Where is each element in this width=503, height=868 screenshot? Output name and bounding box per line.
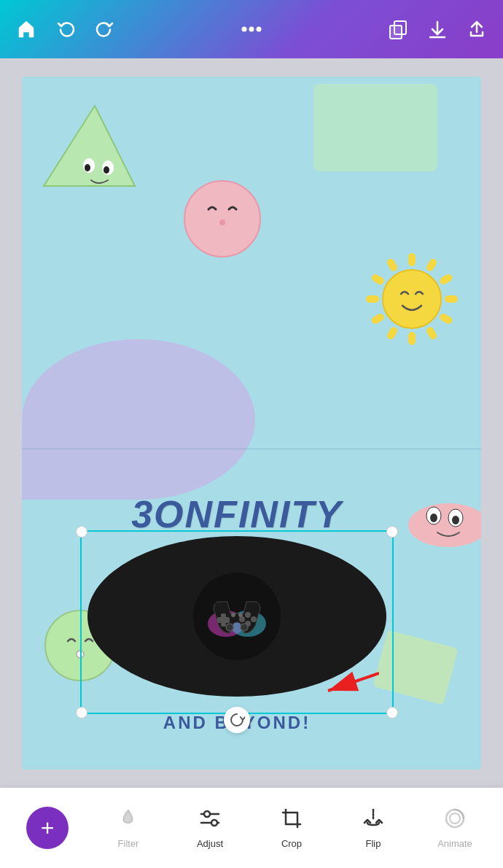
handle-top-right[interactable] — [386, 526, 398, 538]
animate-tool[interactable]: Animate — [433, 807, 477, 849]
crop-tool[interactable]: Crop — [270, 807, 313, 849]
svg-point-28 — [430, 514, 437, 522]
toolbar-center — [238, 16, 265, 42]
filter-label: Filter — [118, 838, 139, 849]
svg-line-45 — [328, 673, 379, 691]
animate-label: Animate — [437, 838, 472, 849]
svg-rect-50 — [286, 813, 297, 824]
home-button[interactable] — [13, 16, 39, 42]
flip-label: Flip — [366, 838, 381, 849]
svg-point-0 — [242, 27, 247, 32]
duplicate-button[interactable] — [385, 16, 411, 42]
svg-point-47 — [204, 811, 210, 817]
handle-bottom-right[interactable] — [386, 707, 398, 718]
svg-rect-18 — [408, 332, 416, 345]
handle-bottom-left[interactable] — [76, 707, 87, 718]
svg-point-11 — [219, 220, 225, 225]
svg-point-1 — [249, 27, 254, 32]
pink-circle-sticker — [182, 179, 262, 259]
selected-element[interactable]: 3ONFINITY — [80, 492, 394, 755]
adjust-tool[interactable]: Adjust — [188, 807, 232, 849]
design-text-top: 3ONFINITY — [80, 492, 394, 536]
svg-rect-13 — [425, 257, 438, 273]
svg-point-9 — [104, 166, 109, 174]
svg-rect-20 — [370, 312, 386, 325]
svg-rect-21 — [366, 295, 379, 303]
adjust-icon — [198, 807, 222, 834]
watermelon-sticker — [408, 470, 481, 543]
add-button[interactable]: + — [26, 807, 69, 849]
svg-point-2 — [257, 27, 262, 32]
svg-point-10 — [184, 181, 260, 257]
svg-point-24 — [383, 270, 441, 328]
svg-rect-23 — [386, 257, 399, 273]
divider-line — [22, 449, 481, 449]
flip-icon — [362, 807, 385, 834]
green-triangle-sticker — [36, 98, 139, 193]
svg-rect-16 — [438, 312, 453, 325]
filter-tool[interactable]: Filter — [106, 807, 150, 849]
svg-point-8 — [85, 164, 90, 171]
sun-sticker — [364, 252, 459, 346]
filter-icon — [117, 807, 140, 834]
canvas[interactable]: 3ONFINITY — [22, 77, 481, 770]
animate-icon — [443, 807, 467, 834]
top-toolbar — [0, 0, 503, 58]
redo-button[interactable] — [92, 16, 118, 42]
bg-purple-blob — [22, 339, 255, 500]
toolbar-right — [385, 16, 490, 42]
svg-rect-17 — [425, 325, 438, 341]
red-arrow — [321, 667, 379, 700]
crop-label: Crop — [281, 838, 302, 849]
svg-rect-22 — [370, 273, 386, 286]
toolbar-left — [13, 16, 118, 42]
svg-rect-15 — [445, 295, 458, 303]
undo-button[interactable] — [52, 16, 79, 42]
canvas-container: 3ONFINITY — [0, 58, 503, 788]
share-button[interactable] — [464, 16, 490, 42]
handle-top-left[interactable] — [76, 526, 87, 538]
svg-point-29 — [452, 516, 459, 524]
svg-point-25 — [408, 503, 481, 547]
adjust-label: Adjust — [197, 838, 223, 849]
svg-rect-14 — [438, 273, 453, 286]
svg-rect-4 — [390, 26, 402, 39]
rotate-handle[interactable] — [224, 707, 250, 733]
svg-rect-12 — [408, 253, 416, 266]
crop-icon — [280, 807, 303, 834]
svg-point-53 — [450, 813, 460, 824]
bg-mint-rect — [313, 84, 437, 171]
bottom-toolbar: + Filter Adjust — [0, 788, 503, 868]
svg-rect-19 — [386, 325, 399, 341]
more-options-button[interactable] — [238, 16, 265, 42]
flip-tool[interactable]: Flip — [351, 807, 395, 849]
download-button[interactable] — [424, 16, 451, 42]
svg-point-49 — [211, 820, 217, 826]
